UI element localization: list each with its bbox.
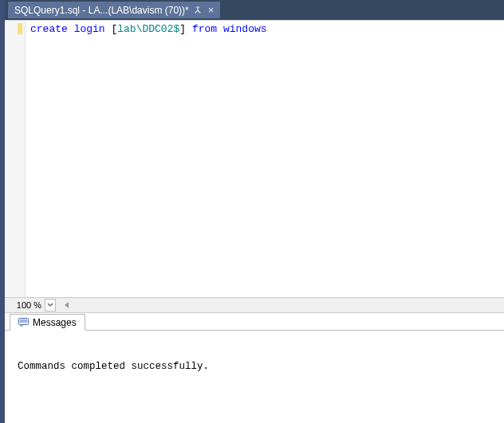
- results-tabstrip: Messages: [5, 313, 504, 331]
- messages-pane[interactable]: Commands completed successfully. Complet…: [5, 331, 504, 423]
- svg-rect-0: [19, 319, 29, 325]
- scroll-left-button[interactable]: [61, 299, 72, 311]
- login-identifier: lab\DDC02$: [117, 23, 179, 35]
- close-icon[interactable]: ×: [207, 5, 216, 15]
- editor-gutter: [5, 21, 26, 297]
- kw-from: from: [192, 23, 217, 35]
- kw-create: create: [30, 23, 68, 35]
- messages-tab[interactable]: Messages: [10, 314, 85, 331]
- kw-windows: windows: [223, 23, 267, 35]
- document-tab[interactable]: SQLQuery1.sql - LA...(LAB\davism (70))* …: [8, 2, 220, 18]
- message-line: Commands completed successfully.: [18, 361, 496, 372]
- kw-login: login: [74, 23, 105, 35]
- document-tabbar: SQLQuery1.sql - LA...(LAB\davism (70))* …: [5, 0, 504, 20]
- messages-tab-label: Messages: [33, 317, 77, 328]
- bracket-close: ]: [179, 23, 186, 35]
- triangle-left-icon: [64, 302, 69, 308]
- zoom-bar: 100 %: [5, 297, 504, 313]
- pin-icon[interactable]: [194, 6, 202, 14]
- code-editor[interactable]: create login [lab\DDC02$] from windows: [5, 20, 504, 297]
- zoom-value: 100 %: [8, 300, 43, 310]
- code-area[interactable]: create login [lab\DDC02$] from windows: [26, 21, 504, 297]
- ssms-editor-window: SQLQuery1.sql - LA...(LAB\davism (70))* …: [0, 0, 504, 423]
- change-marker: [18, 23, 22, 34]
- document-tab-title: SQLQuery1.sql - LA...(LAB\davism (70))*: [14, 5, 189, 16]
- messages-icon: [18, 318, 29, 327]
- chevron-down-icon: [47, 303, 53, 307]
- zoom-dropdown[interactable]: [45, 299, 56, 311]
